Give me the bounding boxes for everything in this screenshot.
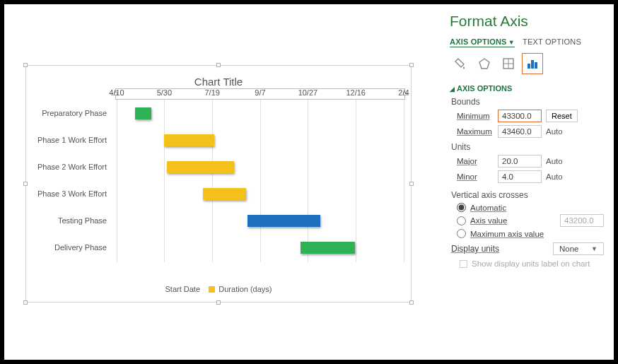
resize-handle-top-right[interactable] [409, 63, 414, 67]
major-label: Major [450, 157, 494, 165]
vac-maximum-radio[interactable] [457, 229, 466, 238]
category-icon-row [450, 53, 604, 74]
svg-rect-6 [535, 62, 537, 69]
svg-marker-0 [479, 59, 489, 69]
display-units-label: Display units [451, 244, 499, 254]
vac-maximum-label: Maximum axis value [470, 230, 544, 238]
minimum-reset-button[interactable]: Reset [546, 110, 578, 122]
display-units-select[interactable]: None ▼ [553, 242, 604, 255]
bounds-label: Bounds [451, 97, 604, 107]
resize-handle-mid-right[interactable] [409, 182, 414, 186]
x-tick: 12/16 [346, 88, 366, 97]
category-label: Testing Phase [22, 216, 107, 225]
vertical-axis-crosses-label: Vertical axis crosses [451, 190, 604, 200]
format-axis-pane: Format Axis AXIS OPTIONS▼ TEXT OPTIONS ◢… [440, 4, 614, 360]
gantt-bar[interactable] [301, 242, 355, 254]
effects-icon[interactable] [474, 53, 495, 74]
pane-title: Format Axis [450, 13, 604, 30]
fill-line-icon[interactable] [450, 53, 471, 74]
tab-text-options[interactable]: TEXT OPTIONS [523, 37, 581, 46]
chevron-down-icon: ▼ [508, 39, 515, 46]
maximum-auto-label: Auto [546, 127, 563, 136]
svg-rect-5 [531, 60, 534, 69]
major-input[interactable] [498, 155, 542, 168]
maximum-input[interactable] [498, 125, 542, 138]
svg-rect-4 [527, 64, 530, 69]
resize-handle-top-left[interactable] [23, 63, 28, 67]
section-axis-options[interactable]: ◢AXIS OPTIONS [450, 84, 604, 93]
minor-auto-label: Auto [546, 172, 563, 181]
resize-handle-bottom-right[interactable] [409, 300, 414, 305]
x-tick: 10/27 [298, 88, 318, 97]
plot-area: 4/10 5/30 7/19 9/7 10/27 12/16 2/4 Prepa… [117, 100, 404, 262]
gantt-bar[interactable] [247, 215, 321, 227]
category-label: Delivery Phase [22, 243, 107, 252]
tab-axis-options[interactable]: AXIS OPTIONS▼ [450, 37, 515, 47]
resize-handle-mid-left[interactable] [23, 182, 28, 186]
minimum-label: Minimum [450, 112, 494, 120]
vac-axis-value-label: Axis value [470, 216, 507, 225]
minimum-input[interactable] [498, 110, 542, 122]
resize-handle-top-mid[interactable] [216, 63, 221, 67]
category-label: Phase 2 Work Effort [22, 163, 107, 171]
x-tick: 4/10 [109, 88, 124, 97]
chart-canvas: Chart Title 4/10 5/30 7/19 9/7 10/27 12/… [4, 4, 440, 360]
app-window: Chart Title 4/10 5/30 7/19 9/7 10/27 12/… [0, 0, 618, 364]
gantt-bar[interactable] [164, 134, 214, 146]
size-properties-icon[interactable] [498, 53, 519, 74]
minor-input[interactable] [498, 170, 542, 183]
show-units-checkbox[interactable] [460, 260, 467, 268]
gantt-bar[interactable] [203, 188, 246, 200]
vac-automatic-radio[interactable] [457, 203, 466, 212]
chart-object[interactable]: Chart Title 4/10 5/30 7/19 9/7 10/27 12/… [25, 65, 412, 303]
x-tick: 7/19 [204, 88, 219, 97]
resize-handle-bottom-left[interactable] [23, 300, 28, 305]
tab-axis-options-label: AXIS OPTIONS [450, 37, 507, 46]
vac-automatic-label: Automatic [470, 204, 506, 212]
gantt-bar[interactable] [167, 161, 234, 173]
vac-axis-value-radio[interactable] [457, 216, 466, 225]
chevron-down-icon: ▼ [591, 245, 597, 252]
collapse-triangle-icon: ◢ [450, 86, 455, 93]
gantt-bar[interactable] [135, 107, 151, 119]
category-label: Phase 1 Work Effort [22, 136, 107, 144]
legend-entry-start: Start Date [165, 285, 200, 293]
x-tick: 5/30 [157, 88, 172, 97]
legend-entry-duration: Duration (days) [218, 285, 272, 293]
x-tick: 9/7 [255, 88, 265, 97]
section-axis-options-label: AXIS OPTIONS [457, 84, 512, 93]
show-units-label: Show display units label on chart [472, 259, 590, 268]
minor-label: Minor [450, 172, 494, 181]
x-tick: 2/4 [398, 88, 409, 97]
chart-legend[interactable]: Start Date Duration (days) [26, 285, 411, 293]
major-auto-label: Auto [546, 157, 563, 165]
pane-tabs: AXIS OPTIONS▼ TEXT OPTIONS [450, 37, 604, 47]
axis-options-icon[interactable] [522, 53, 543, 74]
legend-swatch-icon [209, 286, 215, 293]
vac-axis-value-input[interactable] [560, 214, 604, 227]
resize-handle-bottom-mid[interactable] [216, 300, 221, 305]
maximum-label: Maximum [450, 127, 494, 136]
category-label: Preparatory Phase [22, 109, 107, 117]
category-label: Phase 3 Work Effort [22, 189, 107, 198]
units-label: Units [451, 142, 604, 152]
display-units-value: None [559, 245, 579, 253]
